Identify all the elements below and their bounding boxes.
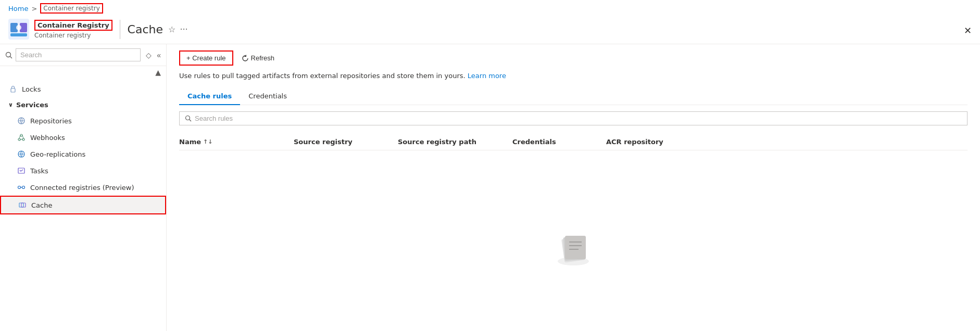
svg-rect-3: [10, 33, 27, 36]
sidebar-item-repositories[interactable]: Repositories: [0, 112, 166, 129]
sidebar-section-services[interactable]: ∨ Services: [0, 97, 166, 112]
tab-credentials[interactable]: Credentials: [240, 88, 295, 105]
breadcrumb: Home > Container registry: [0, 0, 980, 17]
sidebar-item-locks[interactable]: Locks: [0, 81, 166, 97]
svg-line-20: [190, 120, 192, 122]
toolbar: + Create rule Refresh: [179, 50, 968, 66]
cache-icon: [18, 200, 27, 210]
favorite-icon[interactable]: ☆: [168, 24, 175, 34]
more-options-icon[interactable]: ···: [180, 24, 187, 34]
col-header-name: Name ↑↓: [179, 138, 294, 146]
sidebar-content: Locks ∨ Services Repositories Webhooks: [0, 79, 166, 331]
page-header: Container Registry Container registry Ca…: [0, 17, 980, 44]
col-header-source: Source registry: [294, 138, 398, 146]
header-actions: ☆ ···: [168, 24, 188, 34]
sidebar-item-label-tasks: Tasks: [30, 167, 48, 175]
search-rules-input[interactable]: [195, 114, 962, 122]
search-input[interactable]: [16, 48, 141, 61]
sidebar-item-connected-registries[interactable]: Connected registries (Preview): [0, 179, 166, 196]
empty-illustration: [552, 227, 594, 269]
breadcrumb-home[interactable]: Home: [8, 5, 28, 12]
svg-point-9: [18, 138, 20, 141]
breadcrumb-separator: >: [31, 5, 37, 12]
col-header-credentials: Credentials: [512, 138, 606, 146]
sort-icon[interactable]: ↑↓: [203, 138, 212, 145]
col-header-acr: ACR repository: [606, 138, 968, 146]
filter-button[interactable]: ◇: [144, 50, 154, 60]
sidebar-item-label-webhooks: Webhooks: [30, 134, 65, 142]
repositories-icon: [17, 116, 26, 125]
sidebar-item-webhooks[interactable]: Webhooks: [0, 129, 166, 146]
connected-icon: [17, 183, 26, 192]
page-title: Cache: [128, 23, 163, 36]
table-header: Name ↑↓ Source registry Source registry …: [179, 134, 968, 150]
sidebar-item-label-geo: Geo-replications: [30, 150, 85, 158]
close-icon[interactable]: ✕: [964, 25, 972, 36]
svg-rect-7: [11, 88, 15, 92]
sidebar-item-label-repositories: Repositories: [30, 117, 72, 125]
tabs: Cache rules Credentials: [179, 88, 968, 105]
tab-cache-rules[interactable]: Cache rules: [179, 88, 240, 105]
main-content: + Create rule Refresh Use rules to pull …: [167, 44, 980, 331]
svg-rect-24: [565, 236, 586, 259]
main-layout: ◇ « ▲ Locks ∨ Services: [0, 44, 980, 331]
resource-type-label: Container registry: [34, 32, 112, 39]
refresh-button[interactable]: Refresh: [237, 52, 279, 65]
empty-state: [179, 150, 968, 325]
search-icon: [5, 52, 12, 59]
search-rules-icon: [185, 115, 192, 122]
collapse-button[interactable]: «: [157, 51, 161, 59]
sidebar-section-label-services: Services: [16, 101, 48, 109]
resource-icon: [8, 19, 29, 40]
search-rules-bar: [179, 111, 968, 125]
sidebar-item-label-connected: Connected registries (Preview): [30, 184, 134, 192]
webhooks-icon: [17, 133, 26, 142]
chevron-down-icon: ∨: [8, 101, 13, 108]
tasks-icon: [17, 166, 26, 175]
info-text: Use rules to pull tagged artifacts from …: [179, 72, 968, 80]
sidebar-item-cache[interactable]: Cache: [0, 196, 166, 214]
learn-more-link[interactable]: Learn more: [468, 72, 506, 80]
svg-point-19: [186, 116, 190, 120]
sidebar-item-geo-replications[interactable]: Geo-replications: [0, 146, 166, 162]
refresh-icon: [242, 55, 249, 62]
svg-point-10: [22, 138, 24, 141]
sidebar-item-label-locks: Locks: [22, 85, 41, 93]
breadcrumb-current: Container registry: [40, 3, 103, 14]
sidebar-item-tasks[interactable]: Tasks: [0, 162, 166, 179]
svg-point-15: [22, 186, 25, 189]
sidebar-item-label-cache: Cache: [31, 201, 52, 209]
sidebar-search-bar: ◇ «: [0, 44, 166, 66]
create-rule-button[interactable]: + Create rule: [179, 50, 233, 66]
svg-point-4: [16, 25, 21, 30]
geo-icon: [17, 149, 26, 159]
resource-name-label: Container Registry: [34, 20, 112, 31]
sidebar: ◇ « ▲ Locks ∨ Services: [0, 44, 167, 331]
lock-icon: [8, 84, 18, 94]
svg-point-5: [6, 52, 11, 57]
info-text-content: Use rules to pull tagged artifacts from …: [179, 72, 466, 80]
header-title-group: Container Registry Container registry: [34, 20, 120, 39]
col-header-path: Source registry path: [398, 138, 512, 146]
refresh-label: Refresh: [251, 54, 275, 62]
svg-point-11: [20, 134, 22, 136]
svg-line-6: [10, 56, 12, 58]
svg-point-14: [18, 186, 21, 189]
scroll-up-icon[interactable]: ▲: [155, 68, 161, 77]
